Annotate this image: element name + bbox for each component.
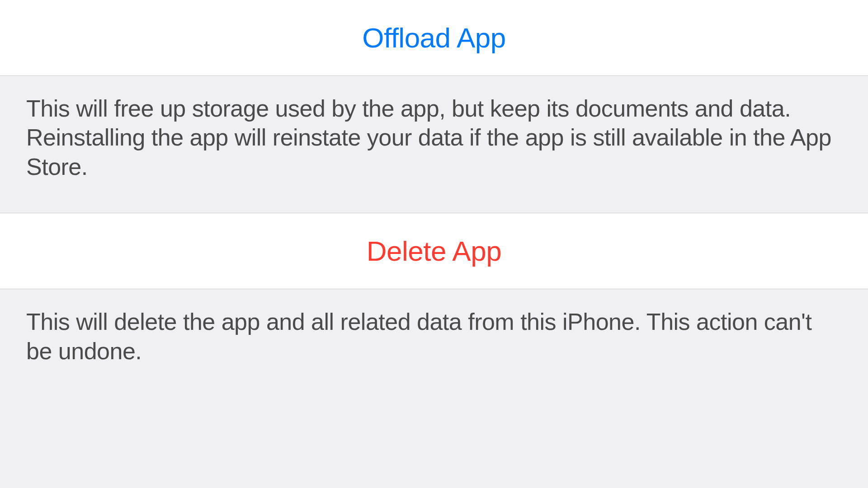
delete-app-label: Delete App [367,235,501,267]
app-storage-settings: Offload App This will free up storage us… [0,0,868,411]
offload-app-button[interactable]: Offload App [0,0,868,76]
offload-app-description: This will free up storage used by the ap… [0,76,868,213]
delete-app-description: This will delete the app and all related… [0,289,868,411]
delete-app-button[interactable]: Delete App [0,213,868,289]
offload-app-label: Offload App [362,22,505,53]
